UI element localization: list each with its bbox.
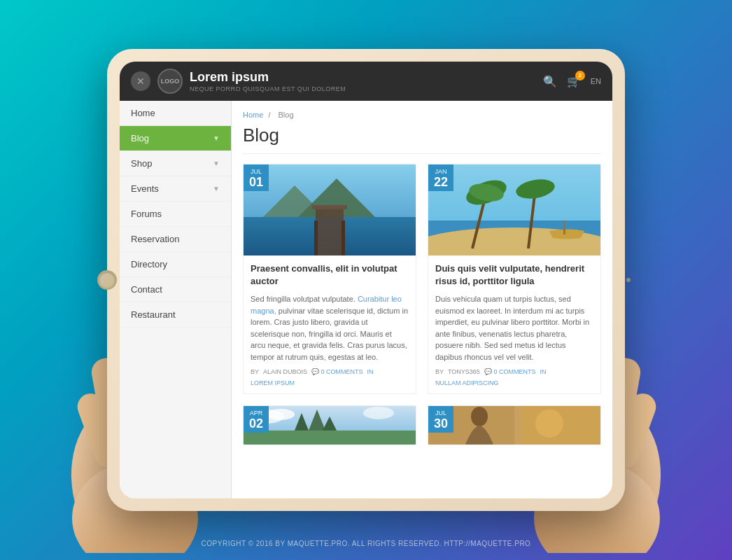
logo: LOGO [157, 69, 183, 94]
breadcrumb: Home / Blog [243, 111, 601, 119]
post-2-meta: BY TONYS365 💬 0 COMMENTS IN NULLAM ADIPI… [435, 368, 593, 386]
post-3-date-badge: Apr 02 [244, 406, 269, 433]
post-4-date-badge: Jul 30 [428, 406, 453, 433]
sidebar-item-shop[interactable]: Shop ▼ [120, 151, 231, 176]
post-2-image[interactable]: Jan 22 [428, 164, 600, 255]
post-1-comments[interactable]: 💬 0 COMMENTS [311, 368, 363, 375]
post-2-category-prefix: IN [540, 368, 546, 375]
sidebar-item-restaurant[interactable]: Restaurant [120, 302, 231, 328]
post-2-author-prefix: BY [435, 368, 444, 375]
post-2-comments[interactable]: 💬 0 COMMENTS [484, 368, 536, 375]
camera-dot [626, 278, 631, 282]
sidebar-item-home[interactable]: Home [120, 101, 231, 126]
chevron-down-icon: ▼ [213, 134, 220, 142]
svg-point-43 [535, 410, 563, 438]
top-bar: ✕ LOGO Lorem ipsum NEQUE PORRO QUISQUAM … [120, 62, 612, 101]
post-2-body: Duis quis velit vulputate, hendrerit ris… [428, 255, 600, 393]
blog-grid: Jul 01 [243, 164, 601, 445]
sidebar: Home Blog ▼ Shop ▼ Events ▼ [120, 101, 232, 498]
svg-rect-21 [342, 220, 345, 255]
top-bar-actions: 🔍 🛒 2 EN [543, 75, 601, 88]
sidebar-item-events[interactable]: Events ▼ [120, 176, 231, 202]
site-title: Lorem ipsum [190, 70, 543, 85]
post-1-body: Praesent convallis, elit in volutpat auc… [244, 255, 416, 393]
svg-rect-18 [316, 206, 344, 255]
chevron-down-icon: ▼ [213, 185, 220, 192]
sidebar-item-forums[interactable]: Forums [120, 202, 231, 227]
sidebar-item-reservation[interactable]: Reservation [120, 227, 231, 252]
post-2-category[interactable]: NULLAM ADIPISCING [435, 379, 499, 386]
svg-rect-20 [314, 220, 318, 255]
svg-point-37 [267, 409, 295, 420]
breadcrumb-home-link[interactable]: Home [243, 111, 263, 119]
blog-post-2: Jan 22 [428, 164, 601, 394]
sidebar-item-contact[interactable]: Contact [120, 277, 231, 302]
post-4-image[interactable]: Jul 30 [428, 406, 600, 444]
post-1-category-prefix: IN [367, 368, 374, 375]
post-2-excerpt: Duis vehicula quam ut turpis luctus, sed… [435, 293, 593, 363]
page-title: Blog [243, 125, 601, 154]
sidebar-item-directory[interactable]: Directory [120, 252, 231, 277]
cart-badge: 2 [575, 71, 585, 80]
svg-rect-19 [312, 205, 347, 209]
post-2-author[interactable]: TONYS365 [448, 368, 480, 375]
footer-copyright: COPYRIGHT © 2016 BY MAQUETTE.PRO. ALL RI… [202, 540, 531, 547]
tablet-screen: ✕ LOGO Lorem ipsum NEQUE PORRO QUISQUAM … [120, 62, 612, 498]
close-button[interactable]: ✕ [131, 71, 150, 91]
svg-point-38 [363, 407, 394, 419]
site-subtitle: NEQUE PORRO QUISQUAM EST QUI DOLOREM [190, 85, 543, 92]
post-1-excerpt: Sed fringilla volutpat vulputate. Curabi… [251, 293, 409, 363]
post-2-date-badge: Jan 22 [428, 164, 453, 191]
home-button[interactable] [97, 270, 117, 290]
chevron-down-icon: ▼ [213, 160, 220, 167]
post-1-author-prefix: BY [251, 368, 259, 375]
main-area: Home Blog ▼ Shop ▼ Events ▼ [120, 101, 612, 498]
svg-rect-32 [244, 430, 416, 444]
blog-post-4: Jul 30 [428, 405, 601, 445]
post-1-title[interactable]: Praesent convallis, elit in volutpat auc… [251, 262, 409, 288]
post-1-date-badge: Jul 01 [244, 164, 269, 191]
post-1-image[interactable]: Jul 01 [244, 164, 416, 255]
post-3-image[interactable]: Apr 02 [244, 406, 416, 444]
site-title-block: Lorem ipsum NEQUE PORRO QUISQUAM EST QUI… [190, 70, 543, 92]
post-1-category[interactable]: LOREM IPSUM [251, 379, 295, 386]
post-2-title[interactable]: Duis quis velit vulputate, hendrerit ris… [435, 262, 593, 288]
blog-post-3: Apr 02 [243, 405, 416, 445]
post-1-author[interactable]: ALAIN DUBOIS [263, 368, 307, 375]
blog-post-1: Jul 01 [243, 164, 416, 394]
post-1-meta: BY ALAIN DUBOIS 💬 0 COMMENTS IN LOREM IP… [251, 368, 409, 386]
svg-rect-30 [563, 220, 565, 234]
breadcrumb-current: Blog [279, 111, 294, 119]
svg-point-41 [471, 407, 488, 426]
sidebar-item-blog[interactable]: Blog ▼ [120, 126, 231, 151]
language-selector[interactable]: EN [591, 77, 601, 85]
search-button[interactable]: 🔍 [543, 75, 557, 88]
cart-button[interactable]: 🛒 2 [567, 75, 581, 88]
content-area: Home / Blog Blog Jul 01 [232, 101, 612, 498]
